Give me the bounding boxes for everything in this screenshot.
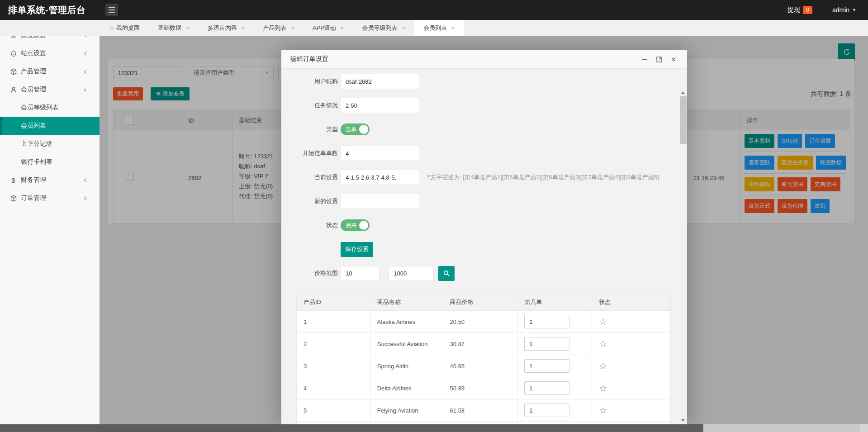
task-input[interactable] bbox=[341, 98, 419, 113]
scroll-down-icon[interactable] bbox=[681, 419, 685, 422]
bell-icon bbox=[9, 50, 17, 57]
star-icon[interactable]: ☆ bbox=[599, 405, 607, 415]
price-max-input[interactable] bbox=[389, 266, 434, 281]
current-setting-input[interactable] bbox=[341, 170, 419, 185]
price-range-label: 价格范围 bbox=[281, 269, 338, 277]
start-count-label: 开始连单单数 bbox=[281, 149, 338, 157]
modal-body: 用户昵称 任务情况 类型 连单 开始连单单数 当前设置 *文字描述为: [第 bbox=[281, 69, 687, 424]
user-menu[interactable]: admin ▼ bbox=[832, 6, 856, 14]
tab-multilang[interactable]: 多语言内容× bbox=[199, 20, 254, 36]
box-icon bbox=[9, 68, 17, 76]
menu-toggle-icon[interactable] bbox=[105, 4, 118, 16]
sidebar-item-member-mgmt[interactable]: 会员管理 ∨ bbox=[0, 81, 100, 99]
hscrollbar-thumb[interactable] bbox=[0, 424, 703, 432]
price-min-input[interactable] bbox=[341, 266, 379, 281]
product-row: 1 Alaska Airlines 20.50 ☆ bbox=[297, 311, 671, 333]
close-icon[interactable]: × bbox=[670, 56, 677, 63]
modal-header: 编辑订单设置 × bbox=[281, 50, 687, 69]
sidebar-item-finance-mgmt[interactable]: $ 财务管理 < bbox=[0, 171, 100, 189]
withdraw-link[interactable]: 提现 bbox=[787, 6, 800, 14]
caret-down-icon: ▼ bbox=[852, 8, 856, 12]
products-table: 产品ID 商品名称 商品价格 第几单 状态 1 Alaska Airlines … bbox=[296, 294, 671, 424]
tab-member-list[interactable]: 会员列表× bbox=[414, 20, 464, 36]
order-number-input[interactable] bbox=[524, 337, 569, 351]
minimize-icon[interactable] bbox=[641, 56, 648, 63]
order-number-input[interactable] bbox=[524, 315, 569, 328]
nickname-input[interactable] bbox=[341, 74, 419, 89]
close-icon[interactable]: × bbox=[242, 24, 245, 31]
sidebar-item-site-settings[interactable]: 站点设置 < bbox=[0, 44, 100, 62]
star-icon[interactable]: ☆ bbox=[599, 339, 607, 349]
home-icon: ⌂ bbox=[109, 24, 114, 32]
star-icon[interactable]: ☆ bbox=[599, 383, 607, 393]
order-number-input[interactable] bbox=[524, 404, 569, 417]
product-row: 2 Successful Aviation 30.87 ☆ bbox=[297, 333, 671, 355]
status-toggle[interactable]: 启用 bbox=[341, 219, 370, 231]
sidebar-item-member-level-list[interactable]: 会员等级列表 bbox=[0, 99, 100, 117]
sidebar-item-product-mgmt[interactable]: 产品管理 < bbox=[0, 62, 100, 81]
chevron-left-icon: < bbox=[84, 176, 87, 185]
star-icon[interactable]: ☆ bbox=[599, 361, 607, 371]
tab-desktop[interactable]: ⌂ 我的桌面 bbox=[100, 20, 149, 36]
new-setting-label: 新的设置 bbox=[281, 197, 338, 205]
star-icon[interactable]: ☆ bbox=[599, 317, 607, 327]
product-row: 4 Delta Airlines 50.89 ☆ bbox=[297, 377, 671, 399]
app-title: 排单系统-管理后台 bbox=[8, 4, 85, 16]
tab-product-list[interactable]: 产品列表× bbox=[254, 20, 304, 36]
start-count-input[interactable] bbox=[341, 146, 419, 161]
box-icon bbox=[9, 195, 17, 202]
close-icon[interactable]: × bbox=[451, 24, 455, 31]
search-icon bbox=[443, 270, 450, 277]
col-order-number: 第几单 bbox=[517, 294, 592, 311]
toggle-knob bbox=[359, 221, 368, 230]
maximize-icon[interactable] bbox=[655, 56, 663, 63]
tabbar: ⌂ 我的桌面 基础数据× 多语言内容× 产品列表× APP滚动× 会员等级列表×… bbox=[0, 20, 868, 36]
chevron-down-icon: ∨ bbox=[83, 87, 87, 93]
order-number-input[interactable] bbox=[524, 359, 569, 373]
modal-scrollbar[interactable] bbox=[679, 89, 687, 424]
person-icon bbox=[9, 86, 17, 94]
tab-member-level[interactable]: 会员等级列表× bbox=[353, 20, 414, 36]
scrollbar-thumb[interactable] bbox=[680, 96, 687, 144]
edit-order-settings-modal: 编辑订单设置 × 用户昵称 任务情况 类型 连单 bbox=[281, 50, 687, 424]
topbar: 排单系统-管理后台 提现 0 admin ▼ bbox=[0, 0, 868, 20]
type-label: 类型 bbox=[281, 125, 338, 133]
close-icon[interactable]: × bbox=[186, 24, 190, 31]
scrollbar-corner bbox=[860, 424, 868, 432]
col-status: 状态 bbox=[592, 294, 671, 311]
sidebar-item-member-list[interactable]: 会员列表 bbox=[0, 117, 100, 135]
new-setting-input[interactable] bbox=[341, 194, 419, 209]
tab-basic-data[interactable]: 基础数据× bbox=[149, 20, 199, 36]
sidebar-item-order-mgmt[interactable]: 订单管理 < bbox=[0, 189, 100, 207]
toggle-knob bbox=[359, 125, 368, 134]
sidebar-item-bankcard-list[interactable]: 银行卡列表 bbox=[0, 153, 100, 171]
scroll-up-icon[interactable] bbox=[681, 91, 685, 94]
close-icon[interactable]: × bbox=[402, 24, 405, 31]
price-range-separator: - bbox=[383, 270, 385, 277]
chevron-left-icon: < bbox=[84, 194, 87, 203]
current-setting-hint: *文字描述为: [第4单是产品1][第5单是产品2][第6单是产品3][第7单是… bbox=[427, 173, 659, 181]
modal-title: 编辑订单设置 bbox=[290, 55, 328, 63]
products-table-header: 产品ID 商品名称 商品价格 第几单 状态 bbox=[297, 294, 671, 311]
sidebar: 系统设置 < 站点设置 < 产品管理 < 会员管理 ∨ 会员等级列表 会员列表 … bbox=[0, 20, 100, 424]
product-row: 5 Feiying Aviation 61.58 ☆ bbox=[297, 399, 671, 422]
save-settings-button[interactable]: 保存设置 bbox=[341, 242, 373, 257]
price-search-button[interactable] bbox=[438, 266, 455, 281]
close-icon[interactable]: × bbox=[291, 24, 294, 31]
nickname-label: 用户昵称 bbox=[281, 77, 338, 85]
chevron-left-icon: < bbox=[84, 49, 87, 58]
sidebar-item-updown-records[interactable]: 上下分记录 bbox=[0, 135, 100, 153]
horizontal-scrollbar[interactable] bbox=[0, 424, 868, 432]
order-number-input[interactable] bbox=[524, 381, 569, 395]
topbar-right: 提现 0 admin ▼ bbox=[787, 0, 856, 20]
username: admin bbox=[832, 6, 849, 14]
type-toggle[interactable]: 连单 bbox=[341, 123, 370, 135]
tab-app-scroll[interactable]: APP滚动× bbox=[304, 20, 353, 36]
close-icon[interactable]: × bbox=[341, 24, 344, 31]
task-label: 任务情况 bbox=[281, 101, 338, 109]
status-label: 状态 bbox=[281, 221, 338, 229]
current-setting-label: 当前设置 bbox=[281, 173, 338, 181]
col-product-price: 商品价格 bbox=[443, 294, 517, 311]
col-product-name: 商品名称 bbox=[370, 294, 443, 311]
chevron-left-icon: < bbox=[84, 67, 87, 76]
